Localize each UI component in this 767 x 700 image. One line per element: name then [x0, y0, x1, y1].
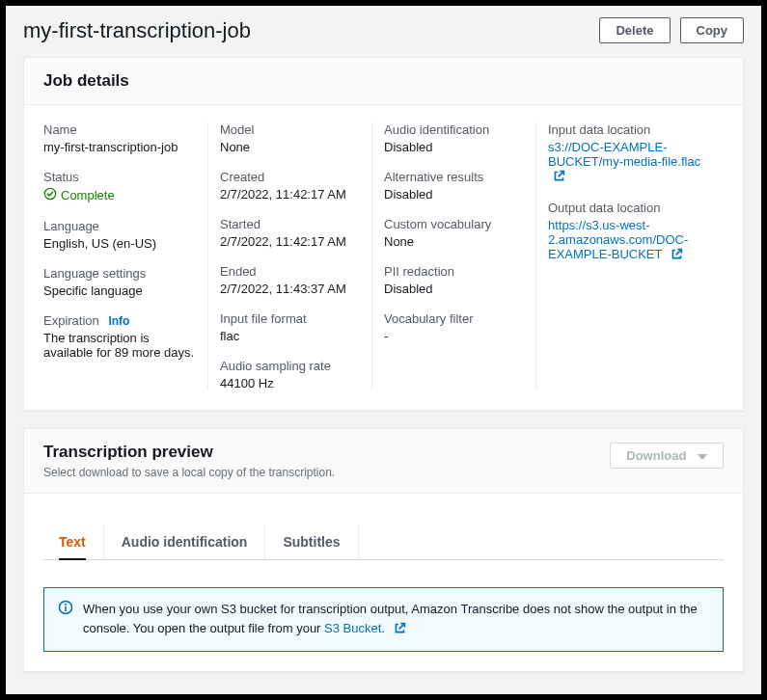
details-col-1: Name my-first-transcription-job Status C… [43, 122, 207, 390]
svg-rect-3 [65, 606, 67, 611]
expiration-value: The transcription is available for 89 mo… [43, 331, 196, 360]
external-link-icon [394, 621, 406, 640]
copy-button[interactable]: Copy [680, 17, 745, 43]
s3-bucket-link[interactable]: S3 Bucket. [324, 621, 406, 635]
model-label: Model [220, 122, 360, 137]
download-button[interactable]: Download [610, 443, 724, 469]
created-value: 2/7/2022, 11:42:17 AM [220, 187, 360, 202]
alt-results-label: Alternative results [384, 170, 524, 184]
expiration-label: Expiration Info [43, 313, 196, 328]
sample-rate-label: Audio sampling rate [220, 359, 360, 373]
pii-label: PII redaction [384, 264, 524, 279]
header-actions: Delete Copy [599, 17, 744, 43]
details-col-3: Audio identification Disabled Alternativ… [371, 122, 535, 390]
name-value: my-first-transcription-job [43, 140, 196, 154]
started-value: 2/7/2022, 11:42:17 AM [220, 234, 360, 249]
status-badge: Complete [43, 187, 115, 203]
model-value: None [220, 140, 360, 154]
language-value: English, US (en-US) [43, 236, 196, 251]
language-settings-value: Specific language [43, 283, 196, 298]
tab-audio-identification[interactable]: Audio identification [122, 525, 248, 559]
preview-header: Transcription preview Select download to… [24, 429, 743, 494]
chevron-down-icon [698, 454, 707, 460]
ended-value: 2/7/2022, 11:43:37 AM [220, 282, 360, 296]
page-header: my-first-transcription-job Delete Copy [6, 6, 761, 57]
ended-label: Ended [220, 264, 360, 279]
job-details-title: Job details [43, 71, 724, 91]
output-location-label: Output data location [548, 201, 712, 215]
audio-id-label: Audio identification [384, 122, 524, 137]
svg-point-2 [65, 604, 67, 606]
delete-button[interactable]: Delete [599, 17, 670, 43]
info-alert: When you use your own S3 bucket for tran… [43, 587, 724, 652]
input-format-value: flac [220, 329, 360, 343]
input-location-link[interactable]: s3://DOC-EXAMPLE-BUCKET/my-media-file.fl… [548, 140, 700, 183]
preview-title: Transcription preview [43, 443, 335, 462]
custom-vocab-value: None [384, 234, 524, 249]
transcription-preview-panel: Transcription preview Select download to… [23, 428, 744, 672]
language-settings-label: Language settings [43, 266, 196, 281]
started-label: Started [220, 217, 360, 231]
job-details-header: Job details [24, 58, 743, 105]
input-location-label: Input data location [548, 122, 712, 137]
vocab-filter-value: - [384, 329, 524, 343]
name-label: Name [43, 122, 196, 137]
tab-text[interactable]: Text [59, 525, 86, 559]
preview-subtitle: Select download to save a local copy of … [43, 466, 335, 479]
preview-tabs: Text Audio identification Subtitles [43, 525, 724, 560]
audio-id-value: Disabled [384, 140, 524, 154]
vocab-filter-label: Vocabulary filter [384, 311, 524, 326]
language-label: Language [43, 219, 196, 233]
custom-vocab-label: Custom vocabulary [384, 217, 524, 231]
details-col-4: Input data location s3://DOC-EXAMPLE-BUC… [535, 122, 724, 390]
sample-rate-value: 44100 Hz [220, 376, 360, 390]
tab-subtitles[interactable]: Subtitles [283, 525, 340, 559]
pii-value: Disabled [384, 282, 524, 296]
page-title: my-first-transcription-job [23, 18, 251, 43]
output-location-link[interactable]: https://s3.us-west-2.amazonaws.com/DOC-E… [548, 218, 688, 261]
status-text: Complete [61, 188, 115, 202]
details-col-2: Model None Created 2/7/2022, 11:42:17 AM… [207, 122, 371, 390]
alt-results-value: Disabled [384, 187, 524, 202]
external-link-icon [671, 248, 683, 263]
check-circle-icon [43, 187, 57, 203]
expiration-info-link[interactable]: Info [108, 314, 129, 328]
info-icon [58, 600, 73, 639]
external-link-icon [553, 170, 565, 185]
job-details-panel: Job details Name my-first-transcription-… [23, 57, 744, 411]
created-label: Created [220, 170, 360, 184]
info-message: When you use your own S3 bucket for tran… [83, 600, 709, 639]
input-format-label: Input file format [220, 311, 360, 326]
status-label: Status [43, 170, 196, 184]
